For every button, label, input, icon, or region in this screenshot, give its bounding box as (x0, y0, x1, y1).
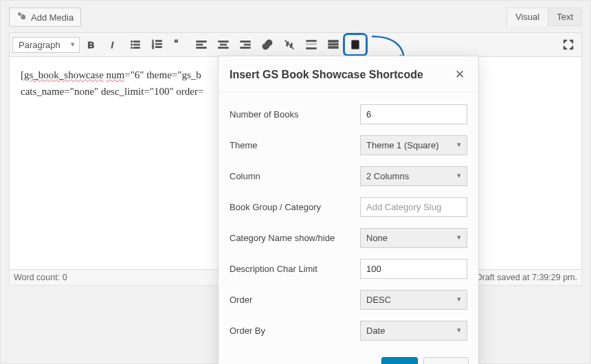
svg-rect-29 (306, 48, 316, 49)
svg-point-6 (131, 44, 133, 46)
category-input[interactable] (360, 197, 467, 217)
order-label: Order (230, 295, 360, 305)
svg-rect-13 (155, 43, 161, 45)
ok-button[interactable]: OK (381, 357, 418, 364)
theme-label: Theme (230, 140, 360, 150)
cat-show-select[interactable]: None (360, 228, 467, 248)
blockquote-button[interactable]: “ (169, 35, 190, 54)
italic-button[interactable]: I (103, 35, 124, 54)
block-format-select[interactable]: Paragraph (12, 37, 80, 53)
insert-shortcode-dialog: Insert GS Book Showcase Shortcode ✕ Numb… (218, 56, 479, 364)
add-media-button[interactable]: Add Media (9, 8, 81, 27)
align-center-button[interactable] (213, 35, 234, 54)
svg-text:“: “ (175, 38, 178, 50)
svg-rect-9 (133, 47, 140, 49)
media-icon (16, 11, 27, 23)
block-format-label: Paragraph (19, 40, 60, 50)
svg-rect-32 (328, 47, 338, 49)
svg-rect-19 (197, 47, 206, 49)
numbered-list-button[interactable]: 123 (147, 35, 168, 54)
toggle-toolbar-button[interactable] (323, 35, 344, 54)
editor-mode-tabs: Visual Text (506, 8, 582, 26)
bold-button[interactable]: B (81, 35, 102, 54)
svg-rect-21 (221, 44, 227, 45)
svg-rect-27 (306, 41, 316, 42)
desc-limit-label: Description Char Limit (230, 264, 360, 274)
unlink-button[interactable] (279, 35, 300, 54)
svg-rect-33 (352, 41, 359, 49)
editor-toolbar: Paragraph B I 123 “ (9, 32, 582, 57)
order-by-select[interactable]: Date (360, 321, 467, 341)
bullet-list-button[interactable] (125, 35, 146, 54)
order-by-label: Order By (230, 326, 360, 336)
fullscreen-button[interactable] (558, 35, 579, 54)
svg-text:I: I (111, 40, 113, 50)
dialog-close-button[interactable]: ✕ (452, 66, 467, 83)
svg-rect-31 (328, 43, 338, 45)
svg-text:3: 3 (152, 45, 154, 49)
word-count: Word count: 0 (14, 273, 67, 282)
dialog-title: Insert GS Book Showcase Shortcode (230, 69, 423, 81)
num-books-label: Number of Books (230, 109, 360, 120)
svg-rect-22 (219, 47, 228, 49)
link-button[interactable] (257, 35, 278, 54)
tab-text[interactable]: Text (548, 8, 582, 26)
category-label: Book Group / Category (230, 202, 360, 212)
theme-select[interactable]: Theme 1 (Square) (360, 135, 467, 155)
desc-limit-input[interactable] (360, 259, 467, 279)
svg-rect-23 (241, 41, 250, 43)
add-media-label: Add Media (31, 12, 74, 23)
gs-book-showcase-button[interactable] (345, 35, 366, 54)
svg-rect-30 (328, 41, 338, 43)
draft-saved-time: Draft saved at 7:39:29 pm. (476, 273, 577, 282)
svg-rect-15 (155, 47, 161, 48)
svg-rect-24 (244, 44, 250, 45)
svg-rect-18 (197, 44, 203, 45)
order-select[interactable]: DESC (360, 290, 467, 310)
svg-rect-5 (133, 41, 140, 43)
cat-show-label: Category Name show/hide (230, 233, 360, 243)
svg-rect-20 (219, 41, 228, 43)
svg-point-0 (18, 12, 21, 16)
align-right-button[interactable] (235, 35, 256, 54)
column-select[interactable]: 2 Columns (360, 166, 467, 186)
column-label: Column (230, 171, 360, 181)
svg-rect-25 (241, 47, 250, 49)
svg-rect-28 (306, 43, 316, 45)
tab-visual[interactable]: Visual (506, 8, 548, 26)
num-books-input[interactable] (360, 104, 467, 124)
cancel-button[interactable]: Cancel (423, 357, 469, 364)
svg-point-8 (131, 47, 133, 49)
svg-rect-17 (197, 41, 206, 43)
svg-rect-11 (155, 41, 161, 42)
align-left-button[interactable] (191, 35, 212, 54)
svg-point-4 (131, 41, 133, 43)
readmore-button[interactable] (301, 35, 322, 54)
svg-rect-7 (133, 44, 140, 45)
close-icon: ✕ (455, 68, 465, 81)
svg-text:B: B (88, 40, 95, 50)
